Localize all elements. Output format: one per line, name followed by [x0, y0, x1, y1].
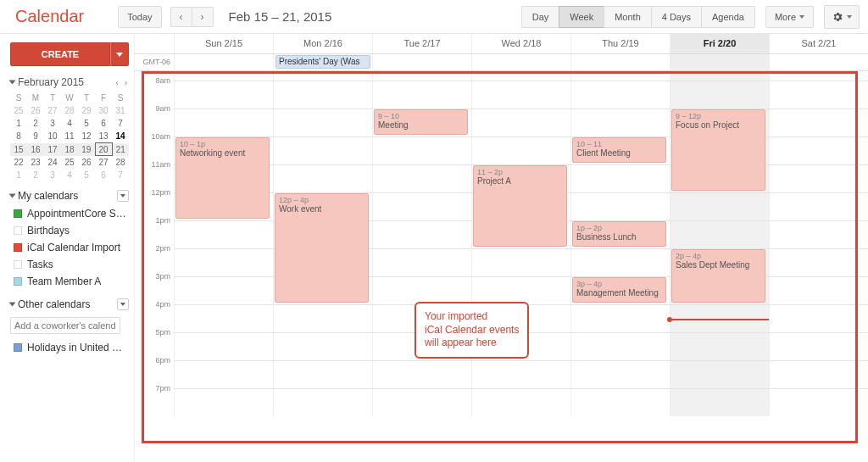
hour-cell[interactable]: [570, 361, 670, 388]
other-calendars-label[interactable]: Other calendars: [18, 298, 117, 310]
mini-day[interactable]: 26: [27, 104, 44, 117]
mini-day[interactable]: 23: [27, 156, 44, 170]
mini-day[interactable]: 9: [27, 130, 44, 143]
allday-cell[interactable]: [570, 54, 670, 70]
hour-cell[interactable]: [769, 277, 868, 304]
hour-cell[interactable]: [174, 333, 273, 360]
view-week[interactable]: Week: [559, 6, 604, 28]
hour-cell[interactable]: [769, 333, 868, 360]
allday-cell[interactable]: [372, 54, 471, 70]
mini-day[interactable]: 2: [27, 169, 44, 181]
mini-day[interactable]: 1: [10, 117, 27, 130]
mini-prev[interactable]: ‹: [114, 78, 120, 87]
hour-cell[interactable]: [273, 305, 372, 332]
hour-cell[interactable]: [670, 305, 769, 332]
hour-cell[interactable]: [372, 361, 471, 388]
hour-cell[interactable]: [273, 333, 372, 360]
mini-day[interactable]: 22: [10, 156, 27, 170]
mini-day[interactable]: 1: [10, 169, 27, 181]
hour-cell[interactable]: [670, 361, 769, 388]
calendar-item[interactable]: Tasks: [10, 256, 129, 273]
view-day[interactable]: Day: [521, 6, 559, 28]
event[interactable]: 3p – 4pManagement Meeting: [572, 277, 666, 303]
hour-cell[interactable]: [372, 71, 471, 81]
hour-cell[interactable]: [174, 109, 273, 136]
calendar-item[interactable]: iCal Calendar Import: [10, 239, 129, 256]
my-calendars-label[interactable]: My calendars: [18, 190, 117, 202]
mini-day[interactable]: 27: [44, 104, 61, 117]
mini-day[interactable]: 4: [61, 169, 78, 181]
hour-cell[interactable]: [174, 71, 273, 81]
mini-next[interactable]: ›: [123, 78, 129, 87]
more-button[interactable]: More: [765, 6, 814, 28]
hour-cell[interactable]: [570, 109, 670, 136]
hour-cell[interactable]: [769, 109, 868, 136]
time-grid[interactable]: 7am8am9am10am11am12pm1pm2pm3pm4pm5pm6pm7…: [135, 71, 868, 462]
hour-cell[interactable]: [174, 389, 273, 416]
hour-cell[interactable]: [570, 249, 670, 276]
next-button[interactable]: ›: [192, 7, 214, 27]
hour-cell[interactable]: [570, 81, 670, 109]
mini-day[interactable]: 25: [61, 156, 78, 170]
hour-cell[interactable]: [670, 333, 769, 360]
event[interactable]: 11 – 2pProject A: [473, 165, 567, 247]
hour-cell[interactable]: [273, 389, 372, 416]
hour-cell[interactable]: [273, 165, 372, 192]
hour-cell[interactable]: [471, 71, 570, 81]
mini-day[interactable]: 29: [78, 104, 95, 117]
mini-day[interactable]: 10: [44, 130, 61, 143]
day-header[interactable]: Mon 2/16: [273, 34, 372, 53]
hour-cell[interactable]: [372, 137, 471, 164]
hour-cell[interactable]: [769, 137, 868, 164]
mini-day[interactable]: 31: [112, 104, 129, 117]
hour-cell[interactable]: [273, 81, 372, 109]
mini-day[interactable]: 28: [112, 156, 129, 170]
hour-cell[interactable]: [174, 249, 273, 276]
calendar-item[interactable]: Team Member A: [10, 273, 129, 290]
create-dropdown[interactable]: [110, 42, 129, 66]
hour-cell[interactable]: [670, 193, 769, 220]
view-4-days[interactable]: 4 Days: [651, 6, 701, 28]
today-button[interactable]: Today: [118, 6, 161, 28]
hour-cell[interactable]: [471, 137, 570, 164]
hour-cell[interactable]: [372, 221, 471, 248]
hour-cell[interactable]: [570, 165, 670, 192]
hour-cell[interactable]: [273, 71, 372, 81]
hour-cell[interactable]: [670, 389, 769, 416]
mini-day[interactable]: 24: [44, 156, 61, 170]
my-calendars-menu[interactable]: [117, 190, 129, 202]
allday-event[interactable]: Presidents' Day (Was: [275, 55, 370, 69]
hour-cell[interactable]: [471, 389, 570, 416]
day-header[interactable]: Tue 2/17: [372, 34, 471, 53]
hour-cell[interactable]: [670, 81, 769, 109]
mini-day[interactable]: 2: [27, 117, 44, 130]
hour-cell[interactable]: [174, 81, 273, 109]
hour-cell[interactable]: [471, 277, 570, 304]
mini-day[interactable]: 3: [44, 117, 61, 130]
hour-cell[interactable]: [769, 71, 868, 81]
hour-cell[interactable]: [273, 137, 372, 164]
hour-cell[interactable]: [670, 221, 769, 248]
hour-cell[interactable]: [174, 221, 273, 248]
mini-day[interactable]: 14: [112, 130, 129, 143]
mini-day[interactable]: 3: [44, 169, 61, 181]
allday-cell[interactable]: [670, 54, 769, 70]
hour-cell[interactable]: [174, 361, 273, 388]
hour-cell[interactable]: [372, 249, 471, 276]
mini-day[interactable]: 12: [78, 130, 95, 143]
hour-cell[interactable]: [372, 81, 471, 109]
add-coworker-input[interactable]: [10, 317, 120, 334]
mini-day[interactable]: 7: [112, 169, 129, 181]
hour-cell[interactable]: [273, 109, 372, 136]
mini-day[interactable]: 11: [61, 130, 78, 143]
mini-day[interactable]: 18: [61, 143, 78, 156]
hour-cell[interactable]: [570, 305, 670, 332]
hour-cell[interactable]: [570, 389, 670, 416]
hour-cell[interactable]: [570, 193, 670, 220]
mini-day[interactable]: 15: [10, 143, 27, 156]
hour-cell[interactable]: [769, 165, 868, 192]
other-calendars-menu[interactable]: [117, 298, 129, 310]
event[interactable]: 9 – 12pFocus on Project: [671, 109, 765, 191]
settings-button[interactable]: [824, 5, 860, 29]
mini-day[interactable]: 7: [112, 117, 129, 130]
